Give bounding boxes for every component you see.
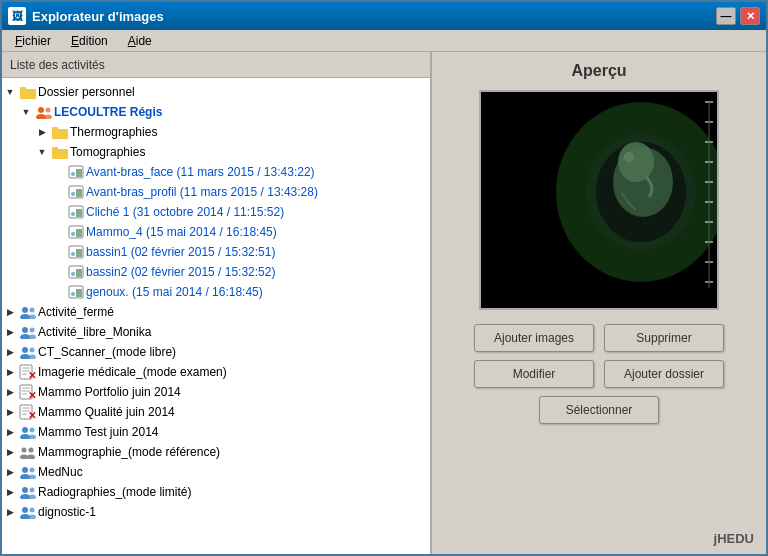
svg-text:✕: ✕: [28, 390, 36, 400]
label-bassin1: bassin1 (02 février 2015 / 15:32:51): [86, 245, 275, 259]
toggle-mammo-test[interactable]: ▶: [2, 424, 18, 440]
image-cliche1-icon: [66, 204, 86, 220]
label-avant-bras-face: Avant-bras_face (11 mars 2015 / 13:43:22…: [86, 165, 315, 179]
svg-point-37: [30, 328, 35, 333]
tree-item-bassin1[interactable]: bassin1 (02 février 2015 / 15:32:51): [2, 242, 430, 262]
doc-mammo-qualite-icon: ✕: [18, 404, 38, 420]
users-radiographies-icon: [18, 484, 38, 500]
tree-item-ct-scanner[interactable]: ▶ CT_Scanner_(mode libre): [2, 342, 430, 362]
label-imagerie-medicale: Imagerie médicale_(mode examen): [38, 365, 227, 379]
toggle-radiographies[interactable]: ▶: [2, 484, 18, 500]
preview-title: Aperçu: [571, 62, 626, 80]
toggle-mednuc[interactable]: ▶: [2, 464, 18, 480]
tree-item-activite-libre-monika[interactable]: ▶ Activité_libre_Monika: [2, 322, 430, 342]
close-button[interactable]: ✕: [740, 7, 760, 25]
svg-point-41: [30, 348, 35, 353]
btn-row-3: Sélectionner: [442, 396, 756, 424]
toggle-mammo4: [50, 224, 66, 240]
toggle-lecoultre[interactable]: ▼: [18, 104, 34, 120]
tree-item-radiographies[interactable]: ▶ Radiographies_(mode limité): [2, 482, 430, 502]
toggle-cliche1: [50, 204, 66, 220]
svg-marker-21: [76, 229, 82, 237]
menu-edition[interactable]: Edition: [62, 31, 117, 51]
tree-item-mammo-portfolio[interactable]: ▶ ✕ Mammo Portfolio juin 2014: [2, 382, 430, 402]
toggle-thermographies[interactable]: ▶: [34, 124, 50, 140]
image-bassin2-icon: [66, 264, 86, 280]
tree-item-imagerie-medicale[interactable]: ▶ ✕ Imagerie médicale_(mode examen): [2, 362, 430, 382]
label-cliche1: Cliché 1 (31 octobre 2014 / 11:15:52): [86, 205, 284, 219]
image-genoux-icon: [66, 284, 86, 300]
image-avant-bras-face-icon: [66, 164, 86, 180]
svg-point-4: [46, 108, 51, 113]
label-activite-libre-monika: Activité_libre_Monika: [38, 325, 151, 339]
toggle-mammographie-reference[interactable]: ▶: [2, 444, 18, 460]
toggle-dignostic-1[interactable]: ▶: [2, 504, 18, 520]
header-label: Liste des activités: [10, 58, 105, 72]
label-mammo4: Mammo_4 (15 mai 2014 / 16:18:45): [86, 225, 277, 239]
window-title: Explorateur d'images: [32, 9, 716, 24]
tree-item-thermographies[interactable]: ▶ Thermographies: [2, 122, 430, 142]
toggle-imagerie-medicale[interactable]: ▶: [2, 364, 18, 380]
label-bassin2: bassin2 (02 février 2015 / 15:32:52): [86, 265, 275, 279]
label-lecoultre: LECOULTRE Régis: [54, 105, 162, 119]
users-activite-ferme-icon: [18, 304, 38, 320]
svg-point-58: [22, 427, 28, 433]
label-activite-ferme: Activité_fermé: [38, 305, 114, 319]
image-bassin1-icon: [66, 244, 86, 260]
brand-label: jHEDU: [714, 531, 754, 546]
file-tree-header: Liste des activités: [2, 52, 430, 78]
tree-item-activite-ferme[interactable]: ▶ Activité_fermé: [2, 302, 430, 322]
toggle-dossier-personnel[interactable]: ▼: [2, 84, 18, 100]
label-mednuc: MedNuc: [38, 465, 83, 479]
file-tree-body[interactable]: ▼ Dossier personnel ▼: [2, 78, 430, 554]
toggle-activite-libre-monika[interactable]: ▶: [2, 324, 18, 340]
toggle-mammo-portfolio[interactable]: ▶: [2, 384, 18, 400]
user-icon: [34, 104, 54, 120]
tree-item-avant-bras-face[interactable]: Avant-bras_face (11 mars 2015 / 13:43:22…: [2, 162, 430, 182]
tree-item-bassin2[interactable]: bassin2 (02 février 2015 / 15:32:52): [2, 262, 430, 282]
svg-point-11: [71, 172, 75, 176]
svg-point-29: [71, 292, 75, 296]
tree-item-tomographies[interactable]: ▼ Tomographies: [2, 142, 430, 162]
svg-text:✕: ✕: [28, 370, 36, 380]
toggle-activite-ferme[interactable]: ▶: [2, 304, 18, 320]
svg-point-34: [28, 315, 36, 320]
tree-item-mednuc[interactable]: ▶ MedNuc: [2, 462, 430, 482]
file-tree-panel: Liste des activités ▼ Dossier personnel …: [2, 52, 432, 554]
tree-item-mammographie-reference[interactable]: ▶ Mammographie_(mode référence): [2, 442, 430, 462]
menu-fichier[interactable]: Fichier: [6, 31, 60, 51]
add-folder-button[interactable]: Ajouter dossier: [604, 360, 724, 388]
minimize-button[interactable]: —: [716, 7, 736, 25]
label-mammo-qualite: Mammo Qualité juin 2014: [38, 405, 175, 419]
tree-item-mammo4[interactable]: Mammo_4 (15 mai 2014 / 16:18:45): [2, 222, 430, 242]
image-mammo4-icon: [66, 224, 86, 240]
toggle-ct-scanner[interactable]: ▶: [2, 344, 18, 360]
svg-point-31: [22, 307, 28, 313]
modify-button[interactable]: Modifier: [474, 360, 594, 388]
label-dignostic-1: dignostic-1: [38, 505, 96, 519]
toggle-bassin1: [50, 244, 66, 260]
tree-item-genoux[interactable]: genoux. (15 mai 2014 / 16:18:45): [2, 282, 430, 302]
toggle-tomographies[interactable]: ▼: [34, 144, 50, 160]
add-images-button[interactable]: Ajouter images: [474, 324, 594, 352]
tree-item-dossier-personnel[interactable]: ▼ Dossier personnel: [2, 82, 430, 102]
preview-image-container: Laby L'ADET 4 Ante/post LateralRibbo Cal…: [479, 90, 719, 310]
toggle-mammo-qualite[interactable]: ▶: [2, 404, 18, 420]
tree-item-cliche1[interactable]: Cliché 1 (31 octobre 2014 / 11:15:52): [2, 202, 430, 222]
svg-point-82: [618, 142, 654, 182]
label-thermographies: Thermographies: [70, 125, 157, 139]
select-button[interactable]: Sélectionner: [539, 396, 659, 424]
tree-item-mammo-test[interactable]: ▶ Mammo Test juin 2014: [2, 422, 430, 442]
label-mammo-portfolio: Mammo Portfolio juin 2014: [38, 385, 181, 399]
delete-button[interactable]: Supprimer: [604, 324, 724, 352]
svg-point-83: [624, 152, 634, 162]
tree-item-mammo-qualite[interactable]: ▶ ✕ Mammo Qualité juin 2014: [2, 402, 430, 422]
menu-aide[interactable]: Aide: [119, 31, 161, 51]
svg-point-23: [71, 252, 75, 256]
tree-item-lecoultre[interactable]: ▼ LECOULTRE Régis: [2, 102, 430, 122]
main-content: Liste des activités ▼ Dossier personnel …: [2, 52, 766, 554]
tree-item-dignostic-1[interactable]: ▶ dignostic-1: [2, 502, 430, 522]
tree-item-avant-bras-profil[interactable]: Avant-bras_profil (11 mars 2015 / 13:43:…: [2, 182, 430, 202]
label-radiographies: Radiographies_(mode limité): [38, 485, 191, 499]
svg-point-65: [27, 455, 35, 460]
